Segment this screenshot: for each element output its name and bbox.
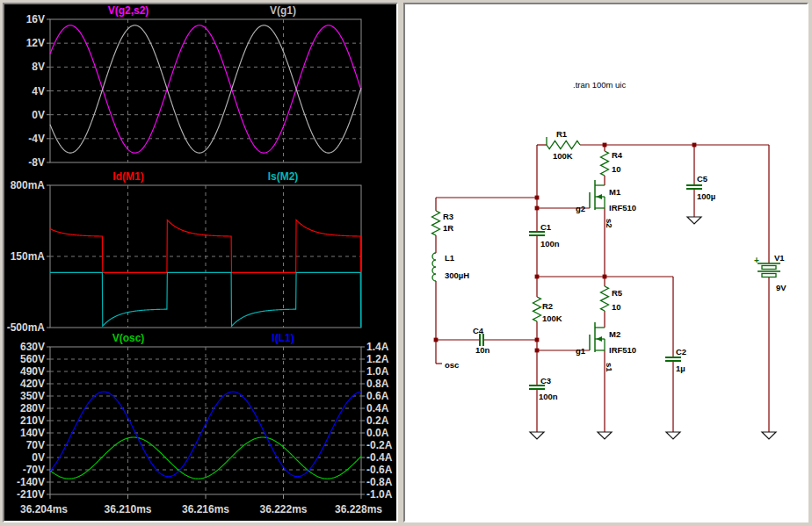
y-axis-label: 16V — [26, 13, 45, 25]
label-C4: C4 — [473, 326, 484, 335]
y-axis-label: 560V — [20, 353, 45, 365]
resistor-R5[interactable] — [601, 286, 609, 311]
battery-cell-V1 — [762, 266, 776, 270]
junction-dot — [535, 206, 540, 211]
value-M1: IRF510 — [609, 203, 636, 213]
junction-dot — [535, 196, 540, 200]
label-M2: M2 — [609, 329, 620, 339]
y-axis-label: -140V — [17, 476, 45, 488]
junction-dot — [535, 338, 540, 342]
ground-symbol — [666, 432, 680, 439]
y-axis-label: 490V — [20, 365, 45, 378]
y-axis-label: 70V — [26, 439, 45, 451]
y-axis-label: 350V — [20, 390, 45, 402]
waveform-viewer-panel[interactable]: 16V12V8V4V0V-4V-8VV(g2,s2)V(g1)800mA150m… — [3, 3, 398, 522]
value-V1: 9V — [776, 283, 787, 292]
y-axis-label: -70V — [23, 464, 45, 476]
value-R1: 100K — [553, 151, 573, 161]
label-M1: M1 — [609, 187, 621, 197]
y-axis-label-right: 1.0A — [366, 365, 389, 378]
battery-cell-V1 — [762, 274, 776, 277]
junction-dot — [535, 349, 540, 353]
net-label-osc: osc — [445, 360, 459, 370]
x-axis-label: 36.210ms — [104, 503, 151, 515]
value-R2: 100K — [542, 313, 562, 323]
trace-title-1: V(g2,s2) — [108, 4, 149, 17]
y-axis-label-right: -0.2A — [366, 439, 393, 451]
x-axis-label: 36.222ms — [259, 503, 307, 515]
y-axis-label: 420V — [20, 378, 45, 390]
label-R5: R5 — [612, 288, 623, 298]
y-axis-label: 0V — [32, 451, 45, 464]
y-axis-label: -210V — [17, 488, 45, 501]
y-axis-label: -500mA — [7, 321, 46, 334]
resistor-R2[interactable] — [533, 297, 541, 321]
net-label-s2: s2 — [605, 219, 614, 228]
y-axis-label: 630V — [20, 341, 45, 353]
junction-dot — [434, 338, 439, 342]
inductor-L1[interactable] — [432, 253, 436, 281]
y-axis-label-right: -0.4A — [366, 451, 393, 464]
trace-title-1: Id(M1) — [112, 170, 143, 183]
waveform-plot-area[interactable]: 16V12V8V4V0V-4V-8VV(g2,s2)V(g1)800mA150m… — [4, 4, 396, 521]
y-axis-label-right: 0.8A — [366, 378, 389, 390]
trace-title-2: Is(M2) — [268, 170, 299, 183]
x-axis-label: 36.228ms — [335, 503, 382, 515]
net-label-g2: g2 — [576, 204, 585, 213]
label-C1: C1 — [540, 222, 552, 232]
resistor-R3[interactable] — [432, 211, 440, 235]
value-C1: 100n — [540, 239, 560, 249]
trace-title-2: I(L1) — [272, 332, 294, 344]
y-axis-label-right: 1.4A — [366, 341, 389, 353]
ground-symbol — [762, 432, 776, 439]
ground-symbol — [530, 432, 544, 439]
y-axis-label-right: -0.6A — [366, 464, 393, 476]
y-axis-label-right: 0.2A — [366, 414, 389, 427]
schematic-editor-panel[interactable]: R1100KR2100KR31RR410R510L1300µHC1100nC21… — [403, 3, 808, 522]
value-C3: 100n — [539, 392, 558, 401]
ltspice-window: 16V12V8V4V0V-4V-8VV(g2,s2)V(g1)800mA150m… — [0, 0, 812, 526]
y-axis-label: -8V — [28, 156, 45, 169]
junction-dot — [535, 275, 540, 279]
y-axis-label-right: 1.2A — [366, 353, 389, 365]
label-C5: C5 — [697, 174, 708, 184]
y-axis-label-right: -1.0A — [366, 488, 393, 501]
y-axis-label-right: 0.6A — [366, 390, 389, 402]
y-axis-label: 8V — [32, 61, 45, 73]
value-M2: IRF510 — [609, 345, 636, 355]
junction-dot — [603, 275, 607, 279]
y-axis-label: 0V — [32, 109, 45, 121]
trace-title-2: V(g1) — [270, 4, 296, 17]
value-R3: 1R — [443, 223, 453, 233]
label-C3: C3 — [540, 376, 551, 385]
junction-dot — [692, 143, 697, 148]
trace-V(osc) — [50, 437, 361, 479]
net-label-s1: s1 — [605, 363, 614, 372]
value-R5: 10 — [612, 302, 621, 312]
label-R3: R3 — [443, 212, 453, 221]
resistor-R1[interactable] — [547, 141, 580, 149]
junction-dot — [603, 143, 607, 148]
label-V1: V1 — [774, 253, 785, 263]
schematic-canvas[interactable]: R1100KR2100KR31RR410R510L1300µHC1100nC21… — [405, 4, 807, 521]
ground-symbol — [598, 432, 612, 439]
label-L1: L1 — [445, 253, 455, 263]
value-R4: 10 — [612, 164, 621, 174]
resistor-R4[interactable] — [601, 151, 609, 176]
value-C2: 1µ — [676, 364, 685, 373]
plus-mark-V1: + — [754, 256, 759, 265]
x-axis-label: 36.216ms — [182, 503, 229, 515]
value-L1: 300µH — [445, 270, 469, 280]
y-axis-label: 4V — [32, 85, 45, 97]
y-axis-label-right: -0.8A — [366, 476, 393, 488]
label-C2: C2 — [676, 347, 686, 357]
y-axis-label: -4V — [28, 133, 45, 145]
value-C4: 10n — [475, 345, 490, 355]
mosfet-arrow-M1 — [597, 194, 603, 199]
y-axis-label: 12V — [26, 37, 45, 49]
value-C5: 100µ — [697, 191, 715, 201]
y-axis-label: 140V — [20, 427, 45, 439]
label-R2: R2 — [542, 301, 553, 311]
net-label-g1: g1 — [576, 346, 586, 356]
x-axis-label: 36.204ms — [20, 503, 68, 515]
